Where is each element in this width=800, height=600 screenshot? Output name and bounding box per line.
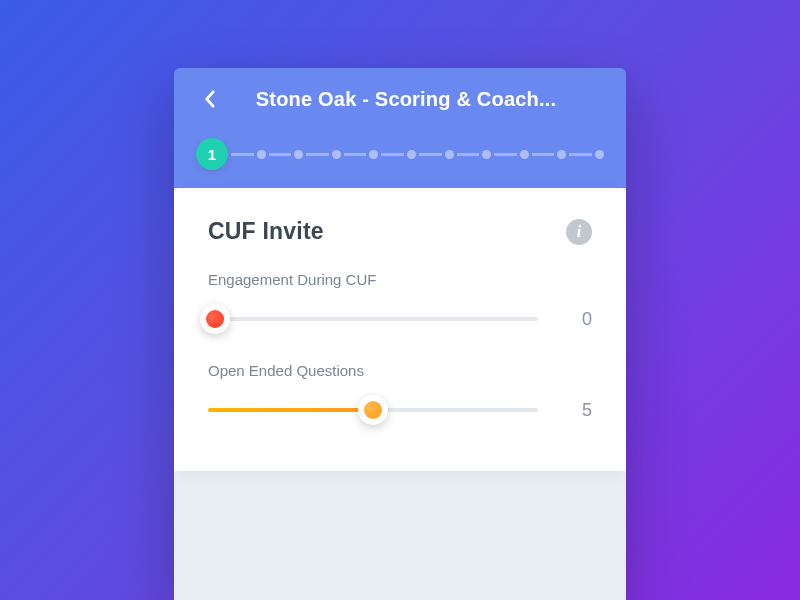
step-rail <box>419 153 442 156</box>
open-ended-slider[interactable] <box>208 397 538 423</box>
step-track: 1 <box>196 138 604 170</box>
step-rail <box>344 153 367 156</box>
field-engagement: Engagement During CUF 0 <box>208 271 592 332</box>
step-rail <box>457 153 480 156</box>
slider-row: 0 <box>208 306 592 332</box>
engagement-slider[interactable] <box>208 306 538 332</box>
step-rail <box>231 153 254 156</box>
step-dot[interactable] <box>369 150 378 159</box>
step-rail <box>306 153 329 156</box>
field-label: Engagement During CUF <box>208 271 592 288</box>
card-title: CUF Invite <box>208 218 324 245</box>
step-dot[interactable] <box>482 150 491 159</box>
field-open-ended: Open Ended Questions 5 <box>208 362 592 423</box>
step-rail <box>494 153 517 156</box>
step-dot[interactable] <box>407 150 416 159</box>
slider-thumb[interactable] <box>200 304 230 334</box>
step-dot[interactable] <box>557 150 566 159</box>
chevron-left-icon <box>204 90 215 108</box>
slider-row: 5 <box>208 397 592 423</box>
app-screen: Stone Oak - Scoring & Coach... 1 <box>174 68 626 600</box>
header-bar: Stone Oak - Scoring & Coach... <box>174 68 626 130</box>
step-rail <box>569 153 592 156</box>
field-label: Open Ended Questions <box>208 362 592 379</box>
slider-value: 5 <box>568 400 592 421</box>
step-dot[interactable] <box>294 150 303 159</box>
step-dot[interactable] <box>445 150 454 159</box>
step-current[interactable]: 1 <box>196 138 228 170</box>
card-header: CUF Invite i <box>208 218 592 245</box>
slider-thumb-inner <box>206 310 224 328</box>
info-icon[interactable]: i <box>566 219 592 245</box>
step-rail <box>269 153 292 156</box>
slider-value: 0 <box>568 309 592 330</box>
slider-thumb[interactable] <box>358 395 388 425</box>
step-rail <box>381 153 404 156</box>
slider-fill <box>208 408 373 412</box>
card-area: CUF Invite i Engagement During CUF 0 <box>174 188 626 600</box>
slider-track <box>208 317 538 321</box>
back-button[interactable] <box>198 88 220 110</box>
step-dot[interactable] <box>520 150 529 159</box>
slider-thumb-inner <box>364 401 382 419</box>
step-dot[interactable] <box>257 150 266 159</box>
page-title: Stone Oak - Scoring & Coach... <box>220 88 602 111</box>
step-dot[interactable] <box>595 150 604 159</box>
step-rail <box>532 153 555 156</box>
scoring-card: CUF Invite i Engagement During CUF 0 <box>174 188 626 471</box>
step-dot[interactable] <box>332 150 341 159</box>
progress-stepper: 1 <box>174 130 626 188</box>
